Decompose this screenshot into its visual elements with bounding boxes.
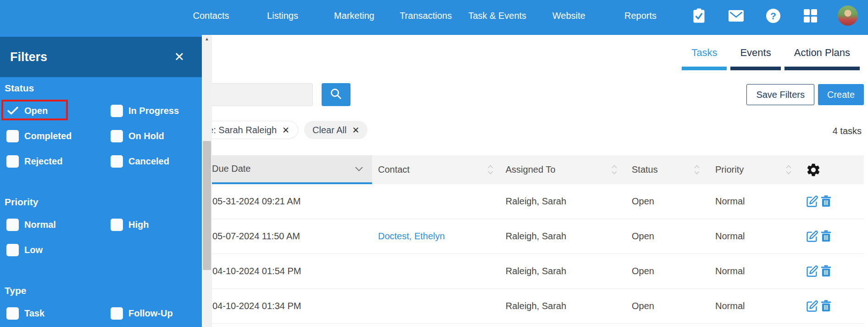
checkbox[interactable]: [6, 307, 19, 320]
filters-panel-header: Filters ✕: [0, 37, 202, 77]
nav-item-contacts[interactable]: Contacts: [175, 11, 247, 21]
search-button[interactable]: [322, 83, 351, 106]
filter-chip-clear-all[interactable]: Clear All✕: [304, 121, 367, 139]
contact-link[interactable]: Doctest, Ethelyn: [378, 231, 445, 241]
edit-button[interactable]: [806, 230, 818, 243]
due-date-cell: 05-07-2024 11:50 AM: [197, 231, 372, 242]
checkbox[interactable]: [6, 219, 19, 231]
create-button[interactable]: Create: [818, 84, 864, 105]
filter-option-canceled[interactable]: Canceled: [111, 151, 202, 171]
contact-cell: Doctest, Ethelyn: [372, 231, 500, 242]
filter-option-completed[interactable]: Completed: [6, 126, 111, 146]
checkmark-icon: [6, 107, 19, 115]
filters-title: Filters: [10, 50, 47, 64]
tab-events[interactable]: Events: [730, 48, 780, 70]
nav-item-reports[interactable]: Reports: [605, 11, 676, 21]
action-buttons: Save Filters Create: [746, 84, 864, 105]
delete-button[interactable]: [821, 195, 831, 208]
filter-option-follow-up[interactable]: Follow-Up: [111, 303, 202, 323]
checkbox[interactable]: [111, 219, 123, 231]
option-label: Open: [24, 106, 48, 116]
edit-icon: [806, 230, 818, 243]
filter-option-low[interactable]: Low: [6, 240, 111, 260]
filter-options-priority: NormalHighLow: [6, 214, 202, 260]
column-label: Assigned To: [506, 164, 556, 175]
filter-option-on-hold[interactable]: On Hold: [111, 126, 202, 146]
row-actions: [798, 230, 864, 243]
filter-option-high[interactable]: High: [111, 214, 202, 235]
nav-item-listings[interactable]: Listings: [247, 11, 318, 21]
edit-button[interactable]: [806, 265, 818, 278]
table-header: Due DateContactAssigned ToStatusPriority: [197, 155, 864, 184]
option-label: Follow-Up: [128, 308, 173, 319]
chip-close-icon[interactable]: ✕: [352, 125, 359, 135]
checkbox[interactable]: [111, 130, 123, 142]
delete-button[interactable]: [821, 265, 831, 277]
checkbox[interactable]: [6, 155, 19, 168]
tab-underline: [730, 67, 780, 70]
tab-action-plans[interactable]: Action Plans: [785, 48, 860, 70]
nav-menu: ContactsListingsMarketingTransactionsTas…: [175, 11, 676, 21]
due-date-cell: 04-10-2024 01:34 PM: [197, 301, 372, 311]
apps-grid-icon[interactable]: [792, 9, 829, 23]
vertical-scrollbar[interactable]: ▲: [202, 35, 212, 327]
edit-icon: [806, 195, 818, 208]
priority-cell: Normal: [707, 301, 798, 311]
filter-options-type: TaskFollow-Up: [6, 303, 202, 323]
checkbox[interactable]: [111, 307, 123, 320]
mail-icon[interactable]: [718, 10, 755, 22]
tab-label: Tasks: [682, 48, 727, 58]
gear-icon[interactable]: [806, 162, 821, 178]
filter-option-normal[interactable]: Normal: [6, 214, 111, 235]
nav-item-marketing[interactable]: Marketing: [318, 11, 390, 21]
column-header-status[interactable]: Status: [624, 155, 707, 184]
filter-option-rejected[interactable]: Rejected: [6, 151, 111, 171]
filter-option-in-progress[interactable]: In Progress: [111, 101, 202, 121]
checkbox[interactable]: [6, 130, 19, 142]
scrollbar-thumb[interactable]: [203, 141, 211, 270]
top-nav: ContactsListingsMarketingTransactionsTas…: [0, 0, 868, 35]
checkbox[interactable]: [111, 155, 123, 168]
edit-icon: [806, 265, 818, 278]
nav-item-task-events[interactable]: Task & Events: [462, 11, 533, 21]
column-settings[interactable]: [798, 155, 864, 184]
filter-option-open[interactable]: Open: [6, 101, 111, 121]
column-header-contact[interactable]: Contact: [372, 155, 500, 184]
edit-button[interactable]: [806, 195, 818, 208]
help-icon[interactable]: ?: [755, 9, 792, 23]
tab-tasks[interactable]: Tasks: [682, 48, 727, 70]
chip-close-icon[interactable]: ✕: [282, 125, 289, 135]
column-header-priority[interactable]: Priority: [707, 155, 798, 184]
checkbox[interactable]: [111, 105, 123, 117]
filter-option-task[interactable]: Task: [6, 303, 111, 323]
edit-button[interactable]: [806, 300, 818, 313]
option-label: High: [128, 220, 149, 230]
tasks-clipboard-icon[interactable]: [680, 8, 718, 23]
avatar-image: [838, 6, 858, 26]
user-avatar[interactable]: [829, 6, 866, 26]
assigned-to-cell: Raleigh, Sarah: [500, 301, 624, 311]
nav-item-website[interactable]: Website: [533, 11, 605, 21]
due-date-cell: 04-10-2024 01:54 PM: [197, 266, 372, 276]
option-label: Task: [24, 308, 45, 319]
option-label: Canceled: [128, 156, 169, 167]
status-cell: Open: [624, 266, 707, 276]
column-header-due-date[interactable]: Due Date: [197, 155, 372, 184]
close-icon[interactable]: ✕: [174, 51, 184, 63]
delete-button[interactable]: [821, 230, 831, 242]
checkbox[interactable]: [6, 244, 19, 256]
option-label: In Progress: [128, 106, 179, 116]
table-row: 04-10-2024 01:34 PMRaleigh, SarahOpenNor…: [197, 289, 864, 324]
sort-icon: [785, 164, 792, 175]
column-header-assigned-to[interactable]: Assigned To: [500, 155, 624, 184]
delete-button[interactable]: [821, 300, 831, 312]
filters-panel: Filters ✕ StatusOpenIn ProgressCompleted…: [0, 35, 202, 327]
assigned-to-cell: Raleigh, Sarah: [500, 266, 624, 276]
filter-section-heading-type: Type: [5, 285, 202, 296]
option-label: Completed: [24, 131, 72, 141]
tab-label: Events: [730, 48, 780, 58]
column-label: Status: [632, 164, 658, 175]
nav-item-transactions[interactable]: Transactions: [390, 11, 462, 21]
save-filters-button[interactable]: Save Filters: [746, 84, 814, 105]
scroll-up-arrow-icon[interactable]: ▲: [202, 35, 212, 43]
